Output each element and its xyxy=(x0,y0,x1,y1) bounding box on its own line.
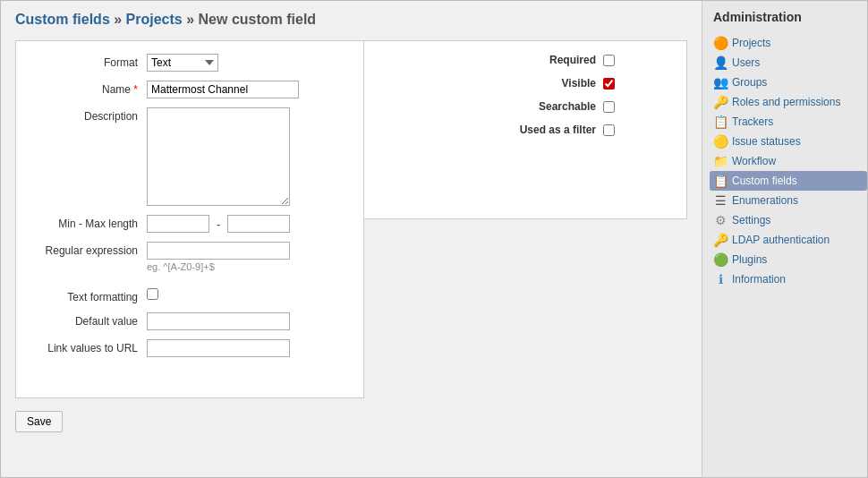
used-as-filter-row: Used as a filter xyxy=(382,124,668,136)
default-value-label: Default value xyxy=(30,312,147,328)
regex-input-wrap: eg. ^[A-Z0-9]+$ xyxy=(147,242,290,279)
sidebar-label-custom-fields: Custom fields xyxy=(732,175,797,187)
min-max-separator: - xyxy=(217,218,220,231)
save-button[interactable]: Save xyxy=(15,411,63,432)
text-formatting-checkbox[interactable] xyxy=(147,288,158,300)
default-value-row: Default value xyxy=(30,312,349,330)
required-label: Required xyxy=(549,54,596,66)
regex-row: Regular expression eg. ^[A-Z0-9]+$ xyxy=(30,242,349,279)
sidebar-label-projects: Projects xyxy=(732,37,770,49)
link-values-row: Link values to URL xyxy=(30,339,349,357)
sidebar-title: Administration xyxy=(710,10,867,24)
sidebar-label-issue-statuses: Issue statuses xyxy=(732,135,801,148)
sidebar-label-enumerations: Enumerations xyxy=(732,194,798,207)
required-row: Required xyxy=(382,54,668,66)
sidebar: Administration 🟠 Projects 👤 Users 👥 Grou… xyxy=(702,1,867,477)
breadcrumb-sep1: » xyxy=(114,12,125,27)
sidebar-label-roles: Roles and permissions xyxy=(732,96,840,108)
text-formatting-label: Text formatting xyxy=(30,288,147,303)
searchable-checkbox[interactable] xyxy=(603,101,615,113)
sidebar-item-roles[interactable]: 🔑 Roles and permissions xyxy=(710,92,867,112)
sidebar-label-plugins: Plugins xyxy=(732,253,767,266)
format-label: Format xyxy=(30,54,147,69)
link-values-input[interactable] xyxy=(147,339,290,357)
sidebar-label-workflow: Workflow xyxy=(732,155,776,167)
form-area: Format Text Integer Float Date Boolean L… xyxy=(15,40,687,398)
sidebar-label-ldap: LDAP authentication xyxy=(732,234,830,246)
projects-icon: 🟠 xyxy=(713,36,728,50)
format-row: Format Text Integer Float Date Boolean L… xyxy=(30,54,349,72)
regex-hint: eg. ^[A-Z0-9]+$ xyxy=(147,261,290,272)
regex-input[interactable] xyxy=(147,242,290,260)
used-as-filter-label: Used as a filter xyxy=(520,124,596,136)
settings-icon: ⚙ xyxy=(713,213,728,227)
used-as-filter-checkbox[interactable] xyxy=(603,124,615,136)
max-length-input[interactable] xyxy=(227,215,290,233)
min-max-inputs: - xyxy=(147,215,290,233)
min-max-label: Min - Max length xyxy=(30,215,147,230)
users-icon: 👤 xyxy=(713,55,728,70)
text-formatting-row: Text formatting xyxy=(30,288,349,303)
visible-row: Visible xyxy=(382,77,668,90)
sidebar-label-users: Users xyxy=(732,56,760,69)
sidebar-item-trackers[interactable]: 📋 Trackers xyxy=(710,112,867,132)
searchable-label: Searchable xyxy=(539,100,596,113)
save-area: Save xyxy=(15,411,687,432)
sidebar-item-issue-statuses[interactable]: 🟡 Issue statuses xyxy=(710,132,867,151)
roles-icon: 🔑 xyxy=(713,95,728,109)
sidebar-item-enumerations[interactable]: ☰ Enumerations xyxy=(710,191,867,210)
description-input[interactable] xyxy=(147,107,290,206)
plugins-icon: 🟢 xyxy=(713,252,728,267)
breadcrumb-sep2: » xyxy=(186,12,198,27)
sidebar-item-information[interactable]: ℹ Information xyxy=(710,269,867,289)
groups-icon: 👥 xyxy=(713,75,728,90)
sidebar-item-plugins[interactable]: 🟢 Plugins xyxy=(710,250,867,269)
searchable-row: Searchable xyxy=(382,100,668,113)
visible-checkbox[interactable] xyxy=(603,78,615,90)
link-values-label: Link values to URL xyxy=(30,339,147,354)
breadcrumb-custom-fields[interactable]: Custom fields xyxy=(15,12,110,27)
breadcrumb-projects[interactable]: Projects xyxy=(126,12,183,27)
app-container: Custom fields » Projects » New custom fi… xyxy=(0,0,868,478)
sidebar-item-ldap[interactable]: 🔑 LDAP authentication xyxy=(710,230,867,250)
breadcrumb: Custom fields » Projects » New custom fi… xyxy=(15,12,687,28)
workflow-icon: 📁 xyxy=(713,154,728,168)
visible-label: Visible xyxy=(562,77,596,90)
ldap-icon: 🔑 xyxy=(713,233,728,247)
name-row: Name * xyxy=(30,81,349,98)
main-content: Custom fields » Projects » New custom fi… xyxy=(1,1,702,477)
min-max-row: Min - Max length - xyxy=(30,215,349,233)
sidebar-label-trackers: Trackers xyxy=(732,115,773,128)
right-panel: Required Visible Searchable Used as a fi… xyxy=(364,40,687,219)
sidebar-item-settings[interactable]: ⚙ Settings xyxy=(710,210,867,230)
required-star: * xyxy=(133,83,138,96)
name-label: Name * xyxy=(30,81,147,96)
description-row: Description xyxy=(30,107,349,206)
min-length-input[interactable] xyxy=(147,215,209,233)
sidebar-item-users[interactable]: 👤 Users xyxy=(710,53,867,73)
regex-label: Regular expression xyxy=(30,242,147,257)
issues-icon: 🟡 xyxy=(713,134,728,149)
default-value-input[interactable] xyxy=(147,312,290,330)
information-icon: ℹ xyxy=(713,272,728,286)
sidebar-item-workflow[interactable]: 📁 Workflow xyxy=(710,151,867,171)
sidebar-label-groups: Groups xyxy=(732,76,767,89)
description-label: Description xyxy=(30,107,147,123)
sidebar-label-settings: Settings xyxy=(732,214,770,226)
trackers-icon: 📋 xyxy=(713,115,728,129)
sidebar-item-custom-fields[interactable]: 📋 Custom fields xyxy=(710,171,867,191)
name-input[interactable] xyxy=(147,81,299,98)
format-select[interactable]: Text Integer Float Date Boolean List Use… xyxy=(147,54,218,72)
sidebar-label-information: Information xyxy=(732,273,786,286)
breadcrumb-current: New custom field xyxy=(199,12,317,27)
sidebar-item-groups[interactable]: 👥 Groups xyxy=(710,73,867,92)
required-checkbox[interactable] xyxy=(603,55,615,66)
custom-fields-icon: 📋 xyxy=(713,174,728,188)
left-panel: Format Text Integer Float Date Boolean L… xyxy=(15,40,364,398)
sidebar-item-projects[interactable]: 🟠 Projects xyxy=(710,33,867,53)
enumerations-icon: ☰ xyxy=(713,193,728,208)
